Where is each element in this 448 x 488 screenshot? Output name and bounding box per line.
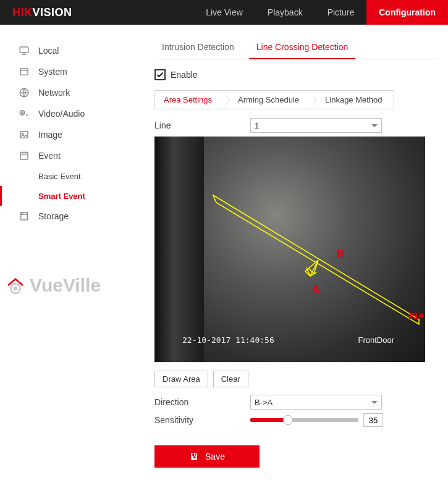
- sensitivity-label: Sensitivity: [154, 415, 250, 425]
- sidebar-item-label: Network: [38, 88, 70, 98]
- nav-playback[interactable]: Playback: [255, 0, 315, 25]
- sidebar-item-local[interactable]: Local: [0, 40, 139, 61]
- save-button[interactable]: Save: [154, 445, 260, 468]
- svg-rect-12: [194, 453, 195, 455]
- sidebar-sub-smart-event[interactable]: Smart Event: [0, 186, 139, 206]
- svg-point-9: [14, 287, 18, 291]
- direction-select-value: B->A: [255, 398, 273, 407]
- svg-marker-10: [213, 195, 419, 324]
- nav-configuration[interactable]: Configuration: [366, 0, 448, 25]
- enable-label: Enable: [171, 70, 198, 80]
- marker-b: B: [337, 248, 345, 261]
- detection-line-overlay: [154, 137, 425, 362]
- logo: HIKVISION: [0, 6, 85, 19]
- sidebar-item-label: Storage: [38, 211, 69, 221]
- svg-point-8: [11, 284, 20, 293]
- nav-picture[interactable]: Picture: [315, 0, 367, 25]
- direction-select[interactable]: B->A: [250, 395, 382, 410]
- chevron-arming-schedule[interactable]: Arming Schedule: [223, 91, 310, 109]
- sidebar-item-label: Image: [38, 130, 62, 140]
- sidebar-item-label: Video/Audio: [38, 109, 85, 119]
- line-select-value: 1: [255, 121, 259, 130]
- sidebar: Local System Network Video/Audio Image E…: [0, 25, 139, 488]
- chevron-tabs: Area Settings Arming Schedule Linkage Me…: [154, 90, 394, 109]
- marker-a: A: [312, 284, 320, 297]
- line-label: Line: [154, 120, 250, 130]
- subtabs: Intrusion Detection Line Crossing Detect…: [154, 37, 439, 59]
- video-audio-icon: [19, 108, 30, 119]
- subtab-intrusion[interactable]: Intrusion Detection: [154, 37, 242, 59]
- sensitivity-slider[interactable]: [250, 418, 358, 422]
- svg-point-3: [20, 111, 25, 116]
- image-icon: [19, 129, 30, 140]
- logo-vision: VISION: [33, 6, 72, 19]
- draw-area-button[interactable]: Draw Area: [154, 371, 208, 387]
- chevron-down-icon: [371, 124, 378, 127]
- preview-timestamp: 22-10-2017 11:40:56: [182, 335, 274, 345]
- chevron-linkage-method[interactable]: Linkage Method: [310, 91, 394, 109]
- check-icon: [156, 70, 164, 79]
- clear-button[interactable]: Clear: [213, 371, 248, 387]
- save-button-label: Save: [205, 452, 225, 461]
- sidebar-item-image[interactable]: Image: [0, 124, 139, 145]
- save-icon: [189, 452, 199, 461]
- slider-thumb[interactable]: [283, 415, 293, 425]
- video-preview[interactable]: A B #1# 22-10-2017 11:40:56 FrontDoor: [154, 137, 425, 362]
- line-select[interactable]: 1: [250, 118, 382, 133]
- monitor-icon: [19, 45, 30, 56]
- watermark-text: VueVille: [30, 275, 101, 296]
- storage-icon: [19, 211, 30, 222]
- logo-hik: HIK: [12, 6, 33, 19]
- sidebar-item-label: Event: [38, 151, 61, 161]
- sidebar-item-label: System: [38, 67, 67, 77]
- svg-rect-1: [20, 69, 28, 75]
- content: Intrusion Detection Line Crossing Detect…: [139, 25, 448, 488]
- sensitivity-value[interactable]: 35: [363, 413, 383, 427]
- event-icon: [19, 150, 30, 161]
- svg-rect-0: [20, 47, 28, 53]
- nav-live-view[interactable]: Live View: [193, 0, 255, 25]
- sidebar-item-system[interactable]: System: [0, 61, 139, 82]
- globe-icon: [19, 87, 30, 98]
- slider-fill: [250, 418, 288, 422]
- direction-label: Direction: [154, 397, 250, 407]
- subtab-line-crossing[interactable]: Line Crossing Detection: [249, 37, 356, 59]
- sidebar-item-storage[interactable]: Storage: [0, 206, 139, 227]
- marker-line-id: #1#: [408, 310, 424, 321]
- enable-checkbox[interactable]: [154, 69, 166, 80]
- watermark: VueVille: [5, 275, 101, 296]
- svg-rect-7: [20, 153, 28, 159]
- sidebar-item-network[interactable]: Network: [0, 82, 139, 103]
- system-icon: [19, 66, 30, 77]
- sidebar-item-video-audio[interactable]: Video/Audio: [0, 103, 139, 124]
- sidebar-item-label: Local: [38, 46, 59, 56]
- sidebar-sub-basic-event[interactable]: Basic Event: [0, 166, 139, 186]
- svg-point-4: [22, 112, 23, 114]
- chevron-area-settings[interactable]: Area Settings: [155, 91, 223, 109]
- preview-camera-name: FrontDoor: [358, 335, 394, 345]
- chevron-down-icon: [371, 401, 378, 404]
- top-bar: HIKVISION Live View Playback Picture Con…: [0, 0, 448, 25]
- svg-rect-5: [20, 132, 28, 138]
- watermark-icon: [5, 275, 26, 296]
- sidebar-item-event[interactable]: Event: [0, 145, 139, 166]
